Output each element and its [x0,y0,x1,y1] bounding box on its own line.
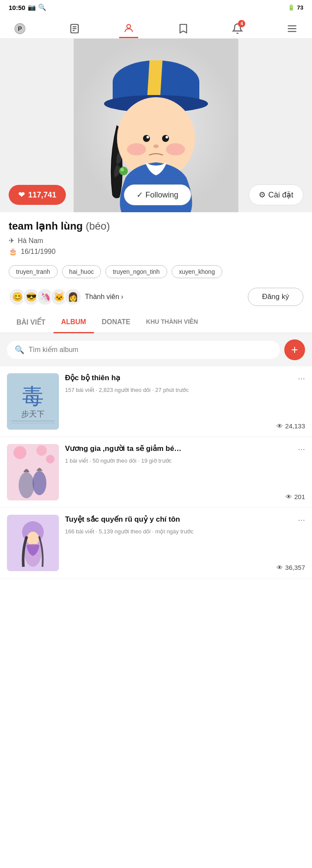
svg-point-20 [146,136,149,138]
birthday-icon: 🎂 [9,247,17,256]
notification-badge: 4 [238,20,245,27]
nav-profile-icon[interactable] [119,19,138,38]
svg-point-6 [127,24,131,28]
tag-1[interactable]: truyen_tranh [9,265,58,278]
album-thumb-3 [7,515,59,571]
album-views-2: 👁 201 [65,493,305,500]
members-label-text: Thành viên [85,293,119,301]
tag-2[interactable]: hai_huoc [62,265,101,278]
eye-icon-2: 👁 [286,493,292,500]
settings-button[interactable]: ⚙ Cài đặt [249,184,303,205]
svg-point-36 [32,471,46,495]
svg-point-35 [19,472,34,498]
profile-name-extra: (béo) [86,220,110,232]
album-title-row-2: Vương gia ,người ta sẽ giảm bé… ··· [65,444,305,454]
album-followers-1: 2,823 người theo dõi [99,387,150,393]
album-thumb-1: 毒 步天下 [7,373,59,430]
search-icon: 🔍 [15,345,24,355]
album-followers-2: 50 người theo dõi [93,457,136,464]
members-section: 😊 😎 🦄 🐱 👩 Thành viên › [9,288,124,306]
subscribe-button[interactable]: Đăng ký [248,288,303,306]
settings-label: Cài đặt [268,190,293,200]
svg-point-34 [46,455,55,464]
svg-point-18 [143,135,150,142]
members-chevron: › [121,293,123,301]
svg-text:P: P [18,25,22,32]
album-art-2 [7,444,59,500]
tab-album-label: ALBUM [61,318,86,326]
tags-row: truyen_tranh hai_huoc truyen_ngon_tinh x… [0,260,312,283]
svg-point-32 [13,446,26,459]
nav-p-logo[interactable]: P [10,19,29,38]
album-posts-2: 1 bài viết [65,457,88,464]
nav-book-icon[interactable] [65,19,84,38]
status-bar: 10:50 📷 🔍 🔋 73 [0,0,312,15]
birthday-text: 16/11/1990 [21,248,55,256]
tab-album[interactable]: ALBUM [53,312,94,332]
album-info-2: Vương gia ,người ta sẽ giảm bé… ··· 1 bà… [65,444,305,500]
following-button[interactable]: ✓ Following [124,184,191,205]
album-followers-3: 5,139 người theo dõi [99,528,150,535]
member-avatar-5: 👩 [64,288,81,306]
svg-point-23 [119,167,128,175]
album-info-1: Độc bộ thiên hạ ··· 157 bài viết · 2,823… [65,373,305,430]
more-icon-3[interactable]: ··· [294,515,305,525]
album-title-row-1: Độc bộ thiên hạ ··· [65,373,305,383]
svg-point-33 [36,445,47,456]
profile-name-text: team lạnh lùng [9,220,83,232]
nav-notification-icon[interactable]: 4 [228,19,247,38]
svg-text:步天下: 步天下 [21,410,45,418]
profile-name: team lạnh lùng (béo) [9,220,303,232]
members-label[interactable]: Thành viên › [85,293,124,301]
status-icons: 📷 🔍 [28,3,46,11]
svg-point-22 [153,145,159,148]
tag-4[interactable]: xuyen_khong [172,265,222,278]
svg-point-17 [166,143,185,155]
profile-birthday: 🎂 16/11/1990 [9,247,303,256]
profile-header: ❤ 117,741 ✓ Following ⚙ Cài đặt [0,39,312,212]
nav-bar: P 4 [0,15,312,39]
album-time-1: 27 phút trước [155,387,188,393]
battery-icon: 🔋 [288,4,295,11]
add-album-button[interactable]: + [284,339,305,360]
album-views-count-1: 24,133 [285,422,305,430]
album-views-count-2: 201 [294,493,305,500]
album-posts-3: 166 bài viết [65,528,94,535]
location-icon: ✈ [9,237,14,245]
tag-3[interactable]: truyen_ngon_tinh [105,265,167,278]
album-title-3: Tuyệt sắc quyến rũ quỷ y chí tôn [65,515,294,524]
album-views-count-3: 36,357 [285,564,305,571]
settings-icon: ⚙ [259,190,266,200]
status-time: 10:50 📷 🔍 [9,3,46,11]
likes-button[interactable]: ❤ 117,741 [9,185,66,205]
profile-location: ✈ Hà Nam [9,237,303,245]
more-icon-1[interactable]: ··· [294,373,305,383]
nav-bookmark-icon[interactable] [174,19,193,38]
tab-donate[interactable]: DONATE [94,312,138,332]
tab-khu-thanh-vien[interactable]: KHU THÀNH VIÊN [138,312,206,332]
svg-point-24 [120,168,124,171]
profile-info: team lạnh lùng (béo) ✈ Hà Nam 🎂 16/11/19… [0,212,312,260]
search-bar: 🔍 [7,341,280,359]
bottom-spacer [0,579,312,613]
album-art-3 [7,515,59,571]
nav-menu-icon[interactable] [283,19,302,38]
battery-text: 73 [297,4,303,11]
check-icon: ✓ [136,190,143,200]
search-input[interactable] [29,346,272,354]
album-meta-1: 157 bài viết · 2,823 người theo dõi · 27… [65,386,305,395]
tab-bai-viet[interactable]: BÀI VIẾT [9,312,53,332]
album-item-3: Tuyệt sắc quyến rũ quỷ y chí tôn ··· 166… [0,508,312,579]
album-time-3: một ngày trước [155,528,193,535]
album-views-3: 👁 36,357 [65,564,305,571]
tab-bai-viet-label: BÀI VIẾT [16,319,46,326]
more-icon-2[interactable]: ··· [294,444,305,454]
album-views-1: 👁 24,133 [65,422,305,430]
album-art-1: 毒 步天下 [7,373,59,430]
album-meta-2: 1 bài viết · 50 người theo dõi · 19 giờ … [65,457,305,466]
svg-point-40 [27,532,39,546]
album-item: 毒 步天下 Độc bộ thiên hạ ··· 157 bài viết ·… [0,366,312,437]
svg-text:毒: 毒 [22,384,44,408]
eye-icon-1: 👁 [276,422,283,430]
following-label: Following [146,191,179,200]
